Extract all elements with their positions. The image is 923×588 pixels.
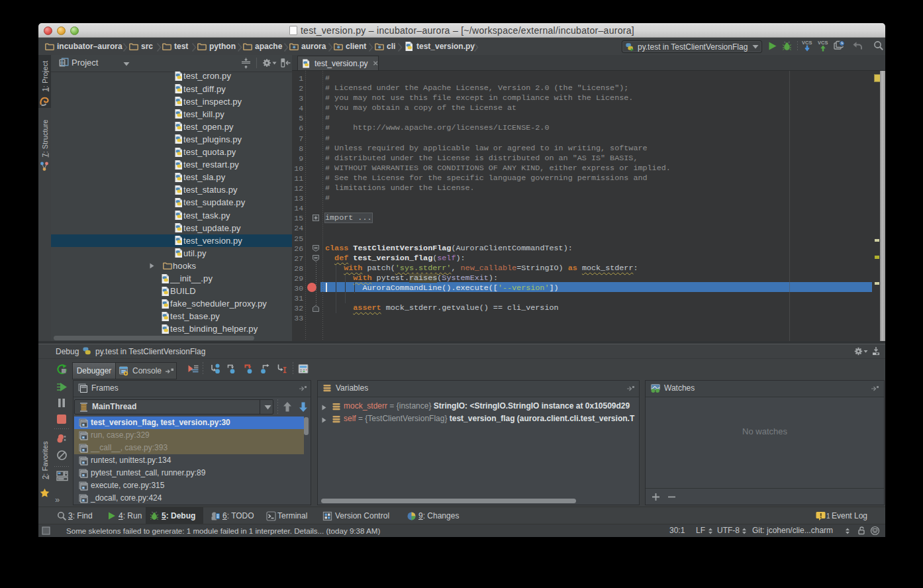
svg-text:VCS: VCS xyxy=(802,40,812,46)
svg-text:VCS: VCS xyxy=(818,40,828,46)
